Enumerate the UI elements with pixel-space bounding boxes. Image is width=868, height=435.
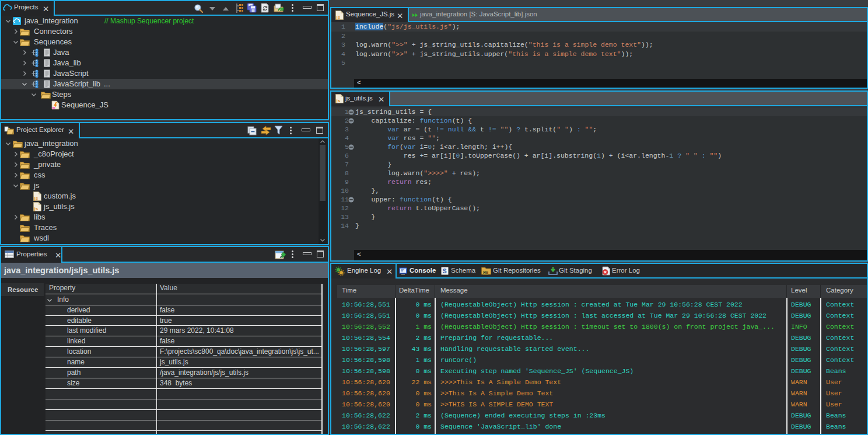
svg-text:js: js (336, 98, 341, 103)
svg-text:js: js (34, 206, 38, 211)
svg-text:js: js (34, 196, 38, 201)
svg-text:js: js (336, 15, 341, 20)
svg-text:S: S (443, 268, 447, 274)
svg-text:GIT: GIT (484, 272, 488, 274)
